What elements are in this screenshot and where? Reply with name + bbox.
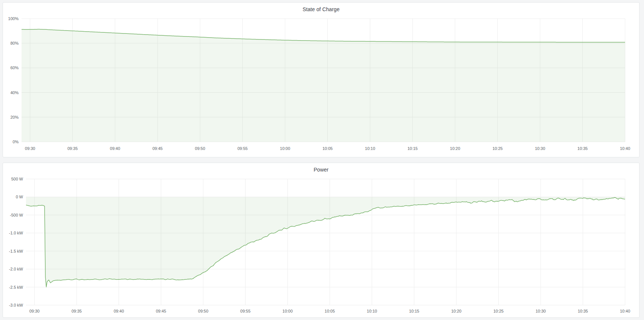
y-axis-tick-label: 500 W [11,177,23,181]
y-axis-tick-label: 0 W [16,195,23,199]
x-axis-tick-label: 09:35 [71,309,82,313]
panel-title: Power [3,167,639,173]
y-axis-tick-label: 20% [10,115,19,119]
panel-title: State of Charge [3,6,639,12]
x-axis-tick-label: 09:40 [110,146,120,151]
y-axis-tick-label: -3.0 kW [9,303,23,307]
y-axis-tick-label: 40% [10,90,19,95]
x-axis-tick-label: 10:30 [535,309,546,313]
x-axis-tick-label: 09:40 [114,309,124,313]
x-axis-tick-label: 09:50 [195,146,206,151]
x-axis-tick-label: 10:40 [620,146,630,151]
y-axis-tick-label: -1.5 kW [9,249,23,253]
x-axis-tick-label: 09:35 [67,146,78,151]
x-axis-tick-label: 10:00 [282,309,293,313]
y-axis-tick-label: -500 W [10,213,23,217]
panel-state-of-charge: State of Charge 100%80%60%40%20%0%09:300… [3,2,640,157]
x-axis-tick-label: 09:45 [152,146,163,151]
power-chart[interactable]: 500 W0 W-500 W-1.0 kW-1.5 kW-2.0 kW-2.5 … [3,163,639,317]
x-axis-tick-label: 09:55 [240,309,251,313]
x-axis-tick-label: 09:45 [156,309,166,313]
y-axis-tick-label: 60% [10,65,19,70]
x-axis-tick-label: 09:30 [25,146,35,151]
x-axis-tick-label: 10:35 [578,309,588,313]
series-area [26,197,625,287]
y-axis-tick-label: 80% [10,41,19,45]
x-axis-tick-label: 10:30 [535,146,546,151]
x-axis-tick-label: 10:40 [620,309,630,313]
x-axis-tick-label: 09:30 [29,309,40,313]
x-axis-tick-label: 10:25 [492,146,503,151]
y-axis-tick-label: 0% [13,140,19,144]
x-axis-tick-label: 10:10 [365,146,375,151]
y-axis-tick-label: -2.5 kW [9,285,23,289]
y-axis-tick-label: -2.0 kW [9,267,23,271]
x-axis-tick-label: 10:00 [280,146,290,151]
series-area [22,29,625,142]
panel-power: Power 500 W0 W-500 W-1.0 kW-1.5 kW-2.0 k… [3,163,640,318]
y-axis-tick-label: -1.0 kW [9,231,23,235]
x-axis-tick-label: 10:20 [450,146,460,151]
x-axis-tick-label: 10:25 [493,309,504,313]
x-axis-tick-label: 09:50 [198,309,208,313]
x-axis-tick-label: 10:15 [407,146,418,151]
x-axis-tick-label: 10:20 [451,309,462,313]
x-axis-tick-label: 09:55 [237,146,248,151]
y-axis-tick-label: 100% [8,16,19,21]
x-axis-tick-label: 10:05 [325,309,335,313]
x-axis-tick-label: 10:35 [577,146,588,151]
x-axis-tick-label: 10:15 [409,309,420,313]
x-axis-tick-label: 10:05 [323,146,333,151]
x-axis-tick-label: 10:10 [367,309,377,313]
state-of-charge-chart[interactable]: 100%80%60%40%20%0%09:3009:3509:4009:4509… [3,3,639,157]
